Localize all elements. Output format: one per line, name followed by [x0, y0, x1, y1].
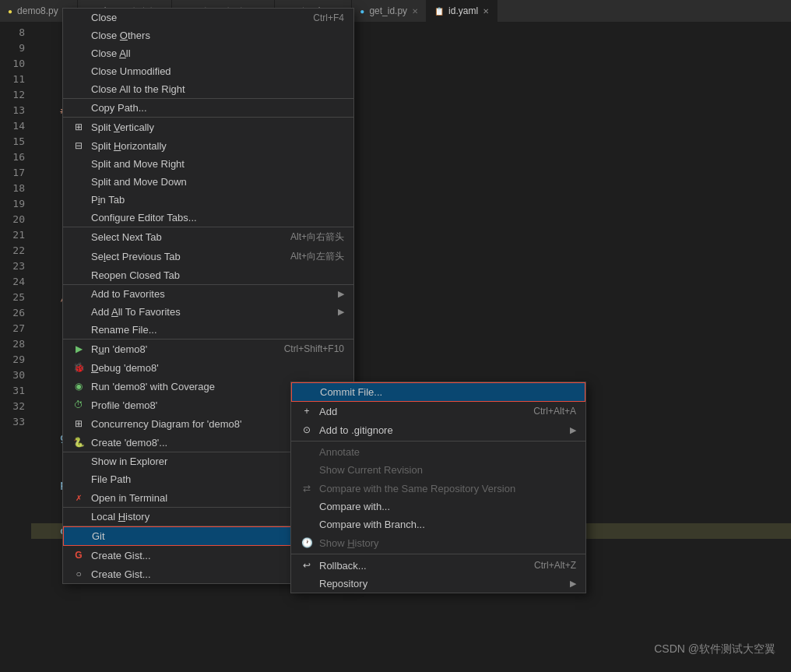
submenu-repository[interactable]: Repository ▶ — [291, 575, 585, 593]
menu-label-add-favorites: Add to Favorites — [91, 288, 165, 300]
submenu-annotate: Annotate — [291, 443, 585, 461]
menu-label-git: Git — [92, 530, 105, 542]
menu-label-split-vertically: Split Vertically — [91, 121, 154, 133]
menu-label-close-all-right: Close All to the Right — [91, 83, 185, 95]
add-icon: + — [301, 405, 313, 417]
menu-label-create-gist-2: Create Gist... — [91, 568, 151, 580]
tab-icon-demo8: ● — [8, 7, 12, 16]
menu-label-add-all-favorites: Add All To Favorites — [91, 306, 181, 318]
menu-label-concurrency: Concurrency Diagram for 'demo8' — [91, 418, 242, 430]
submenu-shortcut-rollback: Ctrl+Alt+Z — [534, 560, 576, 571]
submenu-label-compare-same-repo: Compare with the Same Repository Version — [319, 483, 515, 494]
menu-label-split-move-down: Split and Move Down — [91, 176, 187, 188]
history-icon: 🕐 — [301, 537, 313, 549]
menu-item-select-next-tab[interactable]: Select Next Tab Alt+向右箭头 — [63, 227, 353, 247]
menu-item-close-all-right[interactable]: Close All to the Right — [63, 80, 353, 99]
menu-label-close-others: Close Others — [91, 30, 150, 41]
coverage-icon: ◉ — [72, 380, 85, 392]
submenu-label-compare-with: Compare with... — [319, 501, 390, 512]
run-icon: ▶ — [72, 343, 85, 355]
menu-item-pin-tab[interactable]: Pin Tab — [63, 191, 353, 209]
compare-same-icon: ⇄ — [301, 482, 313, 494]
menu-item-select-prev-tab[interactable]: Select Previous Tab Alt+向左箭头 — [63, 247, 353, 266]
tab-icon-id-yaml: 📋 — [434, 7, 444, 16]
menu-label-reopen-closed: Reopen Closed Tab — [91, 269, 180, 281]
menu-item-reopen-closed[interactable]: Reopen Closed Tab — [63, 266, 353, 285]
menu-item-split-horizontally[interactable]: ⊟ Split Horizontally — [63, 136, 353, 155]
rollback-icon: ↩ — [301, 559, 313, 572]
menu-shortcut-select-prev-tab: Alt+向左箭头 — [290, 250, 344, 263]
submenu-separator-2 — [291, 554, 585, 554]
menu-item-close-unmodified[interactable]: Close Unmodified — [63, 62, 353, 80]
menu-label-close-unmodified: Close Unmodified — [91, 65, 171, 77]
menu-shortcut-close: Ctrl+F4 — [313, 12, 344, 23]
line-numbers: 89101112 1314151617 1819202122 232425262… — [0, 22, 31, 672]
submenu-add[interactable]: + Add Ctrl+Alt+A — [291, 402, 585, 420]
repository-arrow: ▶ — [570, 579, 576, 589]
tab-label-demo8: demo8.py — [17, 5, 58, 16]
debug-icon: 🐞 — [72, 361, 85, 374]
add-gitignore-arrow: ▶ — [570, 425, 576, 435]
menu-item-rename-file[interactable]: Rename File... — [63, 321, 353, 340]
menu-item-close-others[interactable]: Close Others — [63, 26, 353, 44]
watermark: CSDN @软件测试大空翼 — [654, 642, 775, 656]
submenu-separator-1 — [291, 441, 585, 442]
submenu-compare-with[interactable]: Compare with... — [291, 498, 585, 515]
menu-item-configure-tabs[interactable]: Configure Editor Tabs... — [63, 209, 353, 227]
tab-label-get-id: get_id.py — [369, 5, 407, 16]
menu-label-split-horizontally: Split Horizontally — [91, 140, 167, 152]
menu-item-split-move-right[interactable]: Split and Move Right — [63, 155, 353, 173]
menu-label-run-demo8: Run 'demo8' — [91, 343, 147, 355]
menu-label-show-explorer: Show in Explorer — [91, 456, 167, 467]
submenu-label-annotate: Annotate — [319, 446, 360, 458]
tab-id-yaml[interactable]: 📋 id.yaml ✕ — [427, 0, 497, 22]
menu-item-debug-demo8[interactable]: 🐞 Debug 'demo8' — [63, 358, 353, 377]
python-icon: 🐍 — [72, 436, 85, 449]
git-submenu: Commit File... + Add Ctrl+Alt+A ⊙ Add to… — [290, 382, 586, 593]
submenu-compare-branch[interactable]: Compare with Branch... — [291, 515, 585, 533]
submenu-label-compare-branch: Compare with Branch... — [319, 519, 425, 530]
code-line-20 — [31, 617, 791, 632]
menu-label-close-all: Close All — [91, 47, 131, 59]
menu-item-add-favorites[interactable]: Add to Favorites ▶ — [63, 285, 353, 303]
submenu-shortcut-add: Ctrl+Alt+A — [533, 406, 576, 417]
menu-label-file-path: File Path — [91, 473, 131, 485]
submenu-label-show-history: Show History — [319, 537, 379, 549]
menu-item-close[interactable]: Close Ctrl+F4 — [63, 9, 353, 26]
submenu-label-show-current-revision: Show Current Revision — [319, 464, 423, 476]
menu-item-split-vertically[interactable]: ⊞ Split Vertically — [63, 118, 353, 136]
menu-label-open-terminal: Open in Terminal — [91, 492, 167, 504]
submenu-rollback[interactable]: ↩ Rollback... Ctrl+Alt+Z — [291, 556, 585, 575]
tab-close-id-yaml[interactable]: ✕ — [483, 7, 489, 16]
submenu-label-repository: Repository — [319, 578, 367, 589]
menu-label-debug-demo8: Debug 'demo8' — [91, 362, 159, 374]
submenu-add-gitignore[interactable]: ⊙ Add to .gitignore ▶ — [291, 420, 585, 439]
menu-label-select-prev-tab: Select Previous Tab — [91, 251, 181, 262]
menu-label-close: Close — [91, 12, 117, 23]
menu-shortcut-select-next-tab: Alt+向右箭头 — [290, 230, 344, 244]
code-line-21 — [31, 663, 791, 672]
menu-item-close-all[interactable]: Close All — [63, 44, 353, 62]
tab-get-id[interactable]: ● get_id.py ✕ — [352, 0, 427, 22]
submenu-label-add: Add — [319, 406, 337, 417]
menu-label-local-history: Local History — [91, 511, 149, 522]
menu-shortcut-run-demo8: Ctrl+Shift+F10 — [284, 343, 344, 354]
menu-label-rename-file: Rename File... — [91, 324, 157, 336]
menu-label-copy-path: Copy Path... — [91, 102, 147, 114]
menu-label-create-gist-1: Create Gist... — [91, 550, 151, 561]
menu-item-copy-path[interactable]: Copy Path... — [63, 99, 353, 118]
split-horizontally-icon: ⊟ — [72, 139, 85, 152]
gitignore-icon: ⊙ — [301, 424, 313, 436]
menu-item-add-all-favorites[interactable]: Add All To Favorites ▶ — [63, 303, 353, 321]
submenu-commit-file[interactable]: Commit File... — [291, 382, 585, 402]
tab-close-get-id[interactable]: ✕ — [412, 7, 418, 16]
menu-item-split-move-down[interactable]: Split and Move Down — [63, 173, 353, 191]
menu-label-create-demo8: Create 'demo8'... — [91, 437, 167, 449]
split-vertically-icon: ⊞ — [72, 121, 85, 133]
watermark-text: CSDN @软件测试大空翼 — [654, 642, 775, 655]
submenu-compare-same-repo: ⇄ Compare with the Same Repository Versi… — [291, 479, 585, 498]
add-all-favorites-arrow: ▶ — [338, 307, 344, 317]
menu-item-run-demo8[interactable]: ▶ Run 'demo8' Ctrl+Shift+F10 — [63, 340, 353, 358]
menu-label-run-coverage: Run 'demo8' with Coverage — [91, 381, 215, 392]
submenu-show-current-revision: Show Current Revision — [291, 461, 585, 479]
